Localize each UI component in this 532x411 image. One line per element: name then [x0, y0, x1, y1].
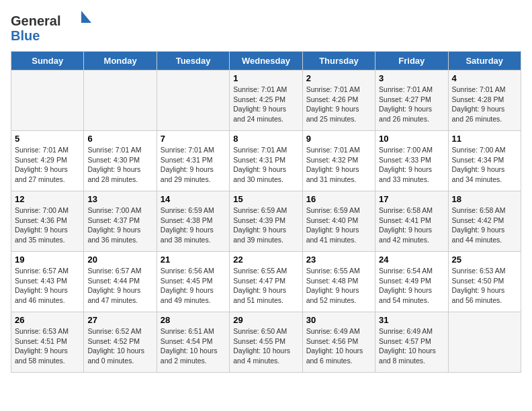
day-number: 20 [87, 255, 152, 265]
weekday-header: Monday [84, 52, 157, 71]
calendar-cell: 15Sunrise: 6:59 AMSunset: 4:39 PMDayligh… [230, 191, 302, 252]
day-number: 31 [379, 315, 444, 325]
day-info: Sunrise: 7:01 AMSunset: 4:29 PMDaylight:… [15, 145, 80, 185]
calendar-cell: 17Sunrise: 6:58 AMSunset: 4:41 PMDayligh… [375, 191, 448, 252]
day-info: Sunrise: 7:00 AMSunset: 4:36 PMDaylight:… [15, 205, 80, 245]
day-number: 23 [306, 255, 371, 265]
calendar-cell [11, 71, 84, 131]
calendar-cell: 23Sunrise: 6:55 AMSunset: 4:48 PMDayligh… [302, 252, 375, 312]
day-info: Sunrise: 6:53 AMSunset: 4:51 PMDaylight:… [15, 326, 80, 366]
day-number: 26 [15, 315, 80, 325]
calendar-cell: 16Sunrise: 6:59 AMSunset: 4:40 PMDayligh… [302, 191, 375, 252]
calendar-cell: 8Sunrise: 7:01 AMSunset: 4:31 PMDaylight… [230, 131, 302, 191]
day-info: Sunrise: 7:01 AMSunset: 4:27 PMDaylight:… [379, 85, 444, 124]
calendar-cell: 1Sunrise: 7:01 AMSunset: 4:25 PMDaylight… [230, 71, 302, 131]
calendar-cell: 31Sunrise: 6:49 AMSunset: 4:57 PMDayligh… [375, 312, 448, 373]
day-info: Sunrise: 7:01 AMSunset: 4:31 PMDaylight:… [233, 145, 298, 185]
calendar-cell [157, 71, 229, 131]
calendar-cell: 14Sunrise: 6:59 AMSunset: 4:38 PMDayligh… [157, 191, 229, 252]
day-number: 30 [306, 315, 371, 325]
day-info: Sunrise: 6:49 AMSunset: 4:57 PMDaylight:… [379, 326, 444, 366]
day-number: 29 [233, 315, 298, 325]
day-number: 25 [452, 255, 517, 265]
weekday-header: Sunday [11, 52, 84, 71]
day-number: 13 [87, 194, 152, 204]
weekday-header-row: SundayMondayTuesdayWednesdayThursdayFrid… [11, 52, 521, 71]
calendar-cell: 22Sunrise: 6:55 AMSunset: 4:47 PMDayligh… [230, 252, 302, 312]
day-number: 3 [379, 73, 444, 83]
day-info: Sunrise: 6:58 AMSunset: 4:42 PMDaylight:… [452, 205, 517, 245]
day-number: 4 [452, 73, 517, 83]
calendar-cell: 30Sunrise: 6:49 AMSunset: 4:56 PMDayligh… [302, 312, 375, 373]
day-number: 27 [87, 315, 152, 325]
day-info: Sunrise: 6:59 AMSunset: 4:39 PMDaylight:… [233, 205, 298, 245]
day-number: 7 [161, 134, 226, 144]
calendar-cell: 28Sunrise: 6:51 AMSunset: 4:54 PMDayligh… [157, 312, 229, 373]
weekday-header: Saturday [448, 52, 521, 71]
calendar-week-row: 26Sunrise: 6:53 AMSunset: 4:51 PMDayligh… [11, 312, 521, 373]
day-number: 17 [379, 194, 444, 204]
weekday-header: Wednesday [230, 52, 302, 71]
calendar-cell: 11Sunrise: 7:00 AMSunset: 4:34 PMDayligh… [448, 131, 521, 191]
calendar-cell: 10Sunrise: 7:00 AMSunset: 4:33 PMDayligh… [375, 131, 448, 191]
calendar-cell: 6Sunrise: 7:01 AMSunset: 4:30 PMDaylight… [84, 131, 157, 191]
day-number: 15 [233, 194, 298, 204]
calendar-cell: 19Sunrise: 6:57 AMSunset: 4:43 PMDayligh… [11, 252, 84, 312]
svg-text:Blue: Blue [11, 28, 40, 43]
day-number: 14 [161, 194, 226, 204]
day-info: Sunrise: 7:00 AMSunset: 4:37 PMDaylight:… [87, 205, 152, 245]
day-number: 8 [233, 134, 298, 144]
day-number: 2 [306, 73, 371, 83]
day-number: 5 [15, 134, 80, 144]
day-info: Sunrise: 7:01 AMSunset: 4:26 PMDaylight:… [306, 85, 371, 124]
calendar-cell: 26Sunrise: 6:53 AMSunset: 4:51 PMDayligh… [11, 312, 84, 373]
day-number: 1 [233, 73, 298, 83]
day-info: Sunrise: 7:00 AMSunset: 4:34 PMDaylight:… [452, 145, 517, 185]
day-info: Sunrise: 6:55 AMSunset: 4:48 PMDaylight:… [306, 266, 371, 306]
day-info: Sunrise: 6:50 AMSunset: 4:55 PMDaylight:… [233, 326, 298, 366]
calendar-cell: 25Sunrise: 6:53 AMSunset: 4:50 PMDayligh… [448, 252, 521, 312]
calendar-cell: 21Sunrise: 6:56 AMSunset: 4:45 PMDayligh… [157, 252, 229, 312]
day-info: Sunrise: 6:49 AMSunset: 4:56 PMDaylight:… [306, 326, 371, 366]
day-info: Sunrise: 6:58 AMSunset: 4:41 PMDaylight:… [379, 205, 444, 245]
calendar-week-row: 19Sunrise: 6:57 AMSunset: 4:43 PMDayligh… [11, 252, 521, 312]
day-number: 16 [306, 194, 371, 204]
logo: GeneralBlue [11, 11, 91, 44]
day-number: 9 [306, 134, 371, 144]
calendar-cell: 29Sunrise: 6:50 AMSunset: 4:55 PMDayligh… [230, 312, 302, 373]
calendar-week-row: 12Sunrise: 7:00 AMSunset: 4:36 PMDayligh… [11, 191, 521, 252]
weekday-header: Tuesday [157, 52, 229, 71]
calendar-cell [448, 312, 521, 373]
calendar-cell: 20Sunrise: 6:57 AMSunset: 4:44 PMDayligh… [84, 252, 157, 312]
day-info: Sunrise: 6:59 AMSunset: 4:40 PMDaylight:… [306, 205, 371, 245]
day-number: 24 [379, 255, 444, 265]
calendar-cell: 27Sunrise: 6:52 AMSunset: 4:52 PMDayligh… [84, 312, 157, 373]
day-number: 19 [15, 255, 80, 265]
calendar-cell: 18Sunrise: 6:58 AMSunset: 4:42 PMDayligh… [448, 191, 521, 252]
day-number: 18 [452, 194, 517, 204]
calendar-week-row: 1Sunrise: 7:01 AMSunset: 4:25 PMDaylight… [11, 71, 521, 131]
day-number: 12 [15, 194, 80, 204]
calendar-cell: 7Sunrise: 7:01 AMSunset: 4:31 PMDaylight… [157, 131, 229, 191]
day-info: Sunrise: 7:01 AMSunset: 4:28 PMDaylight:… [452, 85, 517, 124]
calendar-cell: 3Sunrise: 7:01 AMSunset: 4:27 PMDaylight… [375, 71, 448, 131]
day-number: 22 [233, 255, 298, 265]
calendar-cell: 12Sunrise: 7:00 AMSunset: 4:36 PMDayligh… [11, 191, 84, 252]
day-info: Sunrise: 7:01 AMSunset: 4:32 PMDaylight:… [306, 145, 371, 185]
day-info: Sunrise: 6:53 AMSunset: 4:50 PMDaylight:… [452, 266, 517, 306]
weekday-header: Thursday [302, 52, 375, 71]
day-info: Sunrise: 7:00 AMSunset: 4:33 PMDaylight:… [379, 145, 444, 185]
calendar-cell: 13Sunrise: 7:00 AMSunset: 4:37 PMDayligh… [84, 191, 157, 252]
day-info: Sunrise: 6:56 AMSunset: 4:45 PMDaylight:… [161, 266, 226, 306]
svg-marker-1 [81, 11, 91, 23]
calendar-week-row: 5Sunrise: 7:01 AMSunset: 4:29 PMDaylight… [11, 131, 521, 191]
day-info: Sunrise: 6:51 AMSunset: 4:54 PMDaylight:… [161, 326, 226, 366]
calendar-cell [84, 71, 157, 131]
svg-text:General: General [11, 13, 60, 28]
day-info: Sunrise: 6:55 AMSunset: 4:47 PMDaylight:… [233, 266, 298, 306]
calendar-cell: 4Sunrise: 7:01 AMSunset: 4:28 PMDaylight… [448, 71, 521, 131]
day-info: Sunrise: 6:52 AMSunset: 4:52 PMDaylight:… [87, 326, 152, 366]
calendar-cell: 5Sunrise: 7:01 AMSunset: 4:29 PMDaylight… [11, 131, 84, 191]
calendar-cell: 9Sunrise: 7:01 AMSunset: 4:32 PMDaylight… [302, 131, 375, 191]
day-info: Sunrise: 7:01 AMSunset: 4:30 PMDaylight:… [87, 145, 152, 185]
